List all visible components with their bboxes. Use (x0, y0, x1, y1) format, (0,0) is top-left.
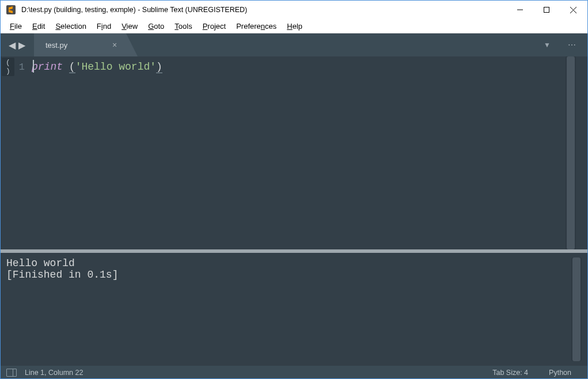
tab-close-icon[interactable]: × (110, 40, 119, 50)
status-syntax[interactable]: Python (538, 369, 582, 377)
scrollbar-thumb[interactable] (567, 56, 575, 249)
tab-nav: ◀ ▶ (1, 33, 33, 56)
status-tabsize[interactable]: Tab Size: 4 (482, 369, 538, 377)
token-space (63, 61, 69, 73)
menu-project[interactable]: Project (198, 21, 230, 32)
window-titlebar: D:\test.py (building, testing, exmple) -… (1, 1, 587, 19)
scrollbar-thumb[interactable] (572, 257, 581, 361)
status-position[interactable]: Line 1, Column 22 (25, 369, 482, 377)
console-scrollbar[interactable] (571, 257, 582, 361)
minimap[interactable] (576, 56, 587, 249)
menu-edit[interactable]: Edit (28, 21, 50, 32)
tab-right-controls: ▼ ⋯ (544, 33, 587, 56)
token-paren-open: ( (69, 61, 75, 73)
app-icon (5, 4, 17, 16)
token-paren-close: ) (156, 61, 162, 73)
console-line: Hello world (6, 257, 75, 269)
token-string: 'Hello world' (75, 61, 156, 73)
tab-bar: ◀ ▶ test.py × ▼ ⋯ (1, 33, 587, 56)
editor: ( ) 1 print ('Hello world') (1, 56, 587, 249)
svg-rect-0 (6, 5, 16, 14)
menu-preferences[interactable]: Preferences (232, 21, 281, 32)
console-text[interactable]: Hello world [Finished in 0.1s] (6, 257, 571, 361)
gutter-row: ( ) 1 (1, 60, 32, 74)
gutter: ( ) 1 (1, 56, 32, 249)
tab-dropdown-icon[interactable]: ▼ (544, 41, 551, 49)
panel-switcher-icon[interactable] (6, 369, 17, 377)
menu-goto[interactable]: Goto (143, 21, 169, 32)
token-keyword: print (32, 61, 63, 73)
window-title: D:\test.py (building, testing, exmple) -… (20, 6, 507, 14)
close-button[interactable] (560, 1, 586, 19)
status-bar: Line 1, Column 22 Tab Size: 4 Python (1, 366, 587, 379)
svg-rect-2 (544, 7, 549, 13)
maximize-button[interactable] (533, 1, 560, 19)
menu-selection[interactable]: Selection (51, 21, 90, 32)
tab-label: test.py (45, 41, 67, 50)
tab-next-icon[interactable]: ▶ (17, 40, 26, 51)
code-area[interactable]: print ('Hello world') (32, 56, 566, 249)
cursor (33, 60, 34, 73)
menu-view[interactable]: View (117, 21, 142, 32)
menu-file[interactable]: File (5, 21, 26, 32)
tab-prev-icon[interactable]: ◀ (7, 40, 17, 51)
minimize-button[interactable] (507, 1, 533, 19)
console-line: [Finished in 0.1s] (6, 269, 118, 281)
tab-overflow-icon[interactable]: ⋯ (568, 40, 577, 50)
menu-bar: File Edit Selection Find View Goto Tools… (1, 19, 587, 33)
menu-help[interactable]: Help (282, 21, 307, 32)
window-controls (507, 1, 586, 19)
editor-scrollbar[interactable] (566, 56, 576, 249)
tab-active[interactable]: test.py × (34, 33, 138, 56)
fold-indicator[interactable]: ( ) (2, 58, 14, 76)
menu-tools[interactable]: Tools (170, 21, 196, 32)
code-line: print ('Hello world') (32, 60, 566, 74)
menu-find[interactable]: Find (92, 21, 116, 32)
build-output-panel: Hello world [Finished in 0.1s] (1, 253, 587, 366)
line-number: 1 (14, 62, 32, 73)
